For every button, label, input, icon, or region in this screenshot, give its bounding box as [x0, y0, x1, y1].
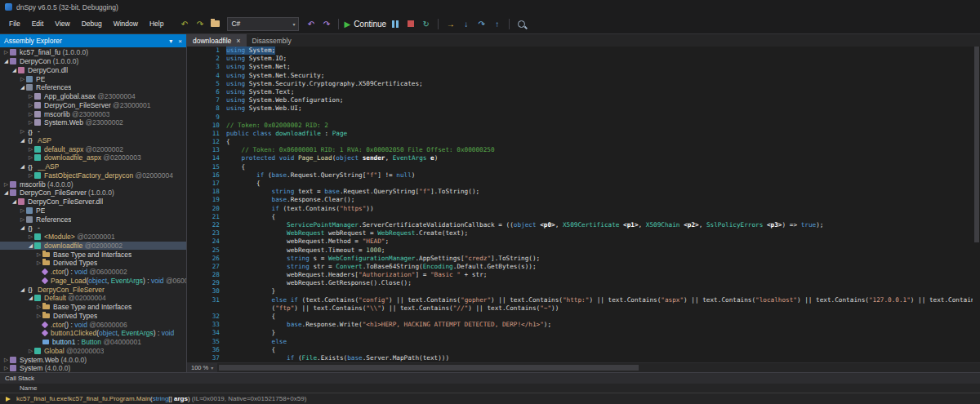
expander-icon[interactable]: ◢: [19, 137, 26, 144]
tree-item[interactable]: ◢{}ASP: [0, 136, 186, 145]
tree-item[interactable]: ◢DerpyCon_FileServer.dll: [0, 198, 186, 206]
stop-debugging-button[interactable]: [403, 17, 417, 31]
tree-item[interactable]: ◢{}-: [0, 224, 186, 233]
expander-icon[interactable]: ▷: [27, 102, 34, 109]
open-file-button[interactable]: [208, 17, 222, 31]
tab-close-icon[interactable]: ×: [236, 37, 240, 45]
step-out-button[interactable]: ↑: [490, 17, 504, 31]
code-line[interactable]: 36 {: [187, 346, 980, 354]
tree-item[interactable]: ◢{}DerpyCon_FileServer: [0, 285, 186, 294]
expander-icon[interactable]: ▷: [27, 146, 34, 153]
code-line[interactable]: 11public class downloadfile : Page: [187, 130, 980, 138]
tree-item[interactable]: ▷Derived Types: [0, 312, 186, 321]
restart-button[interactable]: ↻: [419, 17, 433, 31]
expander-icon[interactable]: ▷: [27, 119, 34, 126]
menu-edit[interactable]: Edit: [26, 17, 50, 30]
tree-item[interactable]: ▷downloadfile_aspx @02000003: [0, 153, 186, 162]
expander-icon[interactable]: ◢: [19, 163, 26, 170]
code-line[interactable]: 16 if (base.Request.QueryString["f"] != …: [187, 171, 980, 180]
expander-icon[interactable]: ◢: [2, 189, 10, 196]
assembly-explorer-header[interactable]: Assembly Explorer ▾ ×: [0, 34, 186, 47]
code-line[interactable]: 33 base.Response.Write("<h1>HERP, HACKIN…: [187, 321, 980, 329]
close-icon[interactable]: ×: [178, 38, 182, 45]
menu-help[interactable]: Help: [144, 17, 169, 30]
expander-icon[interactable]: ▷: [27, 172, 34, 179]
tree-item[interactable]: ▷System.Web (4.0.0.0): [0, 355, 186, 364]
horizontal-scrollbar-thumb[interactable]: [219, 365, 639, 371]
tree-item[interactable]: ▷PE: [0, 74, 186, 83]
tree-item[interactable]: ▷Base Type and Interfaces: [0, 303, 186, 312]
menu-view[interactable]: View: [49, 17, 75, 30]
call-stack-column-header[interactable]: Name: [0, 384, 980, 393]
code-line[interactable]: 30 }: [187, 287, 980, 295]
menu-window[interactable]: Window: [108, 17, 144, 30]
zoom-select[interactable]: 100 % ▾: [187, 363, 217, 372]
expander-icon[interactable]: ▷: [27, 93, 34, 100]
chevron-down-icon[interactable]: ▾: [169, 38, 172, 45]
tree-item[interactable]: ▷DerpyCon_FileServer @23000001: [0, 101, 186, 110]
code-line[interactable]: 21 {: [187, 213, 980, 221]
expander-icon[interactable]: ▷: [19, 216, 26, 223]
expander-icon[interactable]: ▷: [27, 348, 34, 354]
menu-debug[interactable]: Debug: [76, 17, 108, 30]
code-editor[interactable]: 1using System;2using System.IO;3using Sy…: [187, 47, 980, 362]
tree-item[interactable]: ◢Default @02000004: [0, 294, 186, 303]
tree-item[interactable]: ▷PE: [0, 206, 186, 215]
expander-icon[interactable]: ◢: [19, 84, 26, 91]
code-line[interactable]: 20 if (text.Contains("https")): [187, 205, 980, 213]
code-line[interactable]: 9: [187, 113, 980, 122]
code-line[interactable]: 37 if (File.Exists(base.Server.MapPath(t…: [187, 354, 980, 362]
expander-icon[interactable]: ▷: [2, 49, 10, 55]
tree-item[interactable]: ▷System (4.0.0.0): [0, 364, 186, 372]
break-all-button[interactable]: [388, 17, 402, 31]
code-line[interactable]: 13 // Token: 0x06000001 RID: 1 RVA: 0x00…: [187, 146, 980, 154]
tree-item[interactable]: ▷System.Web @23000002: [0, 118, 186, 127]
code-line[interactable]: 2using System.IO;: [187, 55, 980, 63]
code-line[interactable]: 8using System.Web.UI;: [187, 104, 980, 113]
code-line[interactable]: 32 {: [187, 313, 980, 321]
code-line[interactable]: 18 string text = base.Request.QueryStrin…: [187, 188, 980, 196]
code-line[interactable]: 29 webRequest.GetResponse().Close();: [187, 279, 980, 287]
menu-file[interactable]: File: [3, 17, 26, 30]
tree-item[interactable]: ▷FastObjectFactory_derpycon @02000004: [0, 171, 186, 180]
code-line[interactable]: 12{: [187, 138, 980, 146]
code-line[interactable]: 17 {: [187, 180, 980, 188]
tree-item[interactable]: button1Clicked(object, EventArgs) : void: [0, 329, 186, 338]
code-line[interactable]: 31 else if (text.Contains("config") || t…: [187, 296, 980, 304]
code-line[interactable]: 27 string str = Convert.ToBase64String(E…: [187, 263, 980, 271]
step-over-button[interactable]: ↷: [474, 17, 488, 31]
code-line[interactable]: 24 webRequest.Method = "HEAD";: [187, 238, 980, 246]
tree-item[interactable]: ◢downloadfile @02000002: [0, 242, 186, 251]
step-into-button[interactable]: ↓: [459, 17, 473, 31]
tree-item[interactable]: Page_Load(object, EventArgs) : void @060…: [0, 277, 186, 286]
expander-icon[interactable]: ◢: [11, 67, 18, 73]
code-line[interactable]: 1using System;: [187, 47, 980, 55]
call-stack-frame[interactable]: kc57_final_fu.exe!kc57_final_fu.Program.…: [0, 393, 980, 404]
horizontal-scrollbar[interactable]: [217, 363, 980, 372]
code-line[interactable]: 10// Token: 0x02000002 RID: 2: [187, 122, 980, 130]
continue-button[interactable]: ▶Continue: [344, 17, 386, 31]
expander-icon[interactable]: ◢: [19, 286, 26, 293]
expander-icon[interactable]: ◢: [2, 58, 10, 64]
expander-icon[interactable]: ▷: [2, 181, 10, 188]
expander-icon[interactable]: ▷: [19, 128, 26, 135]
code-line[interactable]: 3using System.Net;: [187, 63, 980, 71]
expander-icon[interactable]: ▷: [27, 154, 34, 161]
tree-item[interactable]: ◢DerpyCon.dll: [0, 66, 186, 75]
search-button[interactable]: [514, 17, 528, 31]
expander-icon[interactable]: ▷: [2, 365, 10, 371]
expander-icon[interactable]: ▷: [35, 304, 42, 310]
tree-item[interactable]: ▷Derived Types: [0, 259, 186, 268]
code-line[interactable]: 26 string s = WebConfigurationManager.Ap…: [187, 255, 980, 263]
code-line[interactable]: 25 webRequest.Timeout = 1000;: [187, 246, 980, 255]
tree-item[interactable]: ▷mscorlib (4.0.0.0): [0, 180, 186, 189]
expander-icon[interactable]: ▷: [27, 111, 34, 118]
tree-item[interactable]: ◢References: [0, 83, 186, 92]
redo-button[interactable]: ↷: [319, 17, 333, 31]
tree-item[interactable]: ▷kc57_final_fu (1.0.0.0): [0, 48, 186, 57]
tree-item[interactable]: ▷App_global.asax @23000004: [0, 92, 186, 101]
expander-icon[interactable]: ▷: [35, 313, 42, 319]
code-line[interactable]: 4using System.Net.Security;: [187, 72, 980, 80]
tree-item[interactable]: ▷Base Type and Interfaces: [0, 250, 186, 259]
language-select[interactable]: C#▾: [227, 17, 299, 31]
